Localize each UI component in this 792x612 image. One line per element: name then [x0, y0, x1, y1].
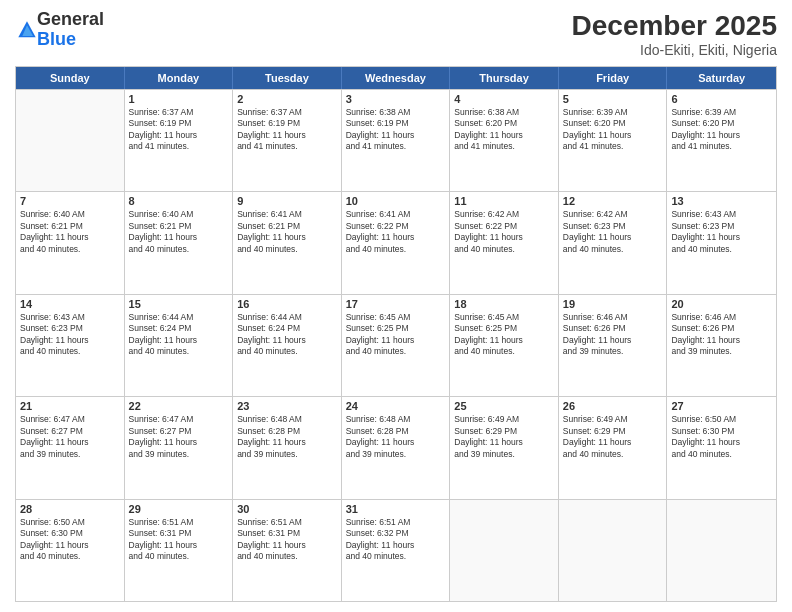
- cell-info: Sunrise: 6:47 AM Sunset: 6:27 PM Dayligh…: [20, 414, 120, 460]
- day-header-saturday: Saturday: [667, 67, 776, 89]
- calendar-row-0: 1Sunrise: 6:37 AM Sunset: 6:19 PM Daylig…: [16, 89, 776, 191]
- cell-info: Sunrise: 6:42 AM Sunset: 6:22 PM Dayligh…: [454, 209, 554, 255]
- page-container: General Blue December 2025 Ido-Ekiti, Ek…: [0, 0, 792, 612]
- cell-info: Sunrise: 6:46 AM Sunset: 6:26 PM Dayligh…: [563, 312, 663, 358]
- day-number: 11: [454, 195, 554, 207]
- cell-info: Sunrise: 6:50 AM Sunset: 6:30 PM Dayligh…: [671, 414, 772, 460]
- calendar-cell: 29Sunrise: 6:51 AM Sunset: 6:31 PM Dayli…: [125, 500, 234, 601]
- cell-info: Sunrise: 6:44 AM Sunset: 6:24 PM Dayligh…: [129, 312, 229, 358]
- cell-info: Sunrise: 6:39 AM Sunset: 6:20 PM Dayligh…: [671, 107, 772, 153]
- day-header-tuesday: Tuesday: [233, 67, 342, 89]
- calendar-cell: 17Sunrise: 6:45 AM Sunset: 6:25 PM Dayli…: [342, 295, 451, 396]
- cell-info: Sunrise: 6:40 AM Sunset: 6:21 PM Dayligh…: [20, 209, 120, 255]
- cell-info: Sunrise: 6:47 AM Sunset: 6:27 PM Dayligh…: [129, 414, 229, 460]
- calendar-row-1: 7Sunrise: 6:40 AM Sunset: 6:21 PM Daylig…: [16, 191, 776, 293]
- calendar-cell: 24Sunrise: 6:48 AM Sunset: 6:28 PM Dayli…: [342, 397, 451, 498]
- cell-info: Sunrise: 6:42 AM Sunset: 6:23 PM Dayligh…: [563, 209, 663, 255]
- calendar-cell: 2Sunrise: 6:37 AM Sunset: 6:19 PM Daylig…: [233, 90, 342, 191]
- cell-info: Sunrise: 6:48 AM Sunset: 6:28 PM Dayligh…: [237, 414, 337, 460]
- day-number: 8: [129, 195, 229, 207]
- day-number: 24: [346, 400, 446, 412]
- logo-icon: [17, 20, 37, 40]
- day-number: 6: [671, 93, 772, 105]
- cell-info: Sunrise: 6:37 AM Sunset: 6:19 PM Dayligh…: [129, 107, 229, 153]
- cell-info: Sunrise: 6:43 AM Sunset: 6:23 PM Dayligh…: [671, 209, 772, 255]
- day-number: 9: [237, 195, 337, 207]
- day-number: 22: [129, 400, 229, 412]
- day-number: 29: [129, 503, 229, 515]
- day-number: 18: [454, 298, 554, 310]
- day-number: 2: [237, 93, 337, 105]
- day-number: 14: [20, 298, 120, 310]
- calendar-cell: 12Sunrise: 6:42 AM Sunset: 6:23 PM Dayli…: [559, 192, 668, 293]
- calendar-row-4: 28Sunrise: 6:50 AM Sunset: 6:30 PM Dayli…: [16, 499, 776, 601]
- calendar-cell: 16Sunrise: 6:44 AM Sunset: 6:24 PM Dayli…: [233, 295, 342, 396]
- calendar-header: SundayMondayTuesdayWednesdayThursdayFrid…: [16, 67, 776, 89]
- day-number: 31: [346, 503, 446, 515]
- calendar-cell: 10Sunrise: 6:41 AM Sunset: 6:22 PM Dayli…: [342, 192, 451, 293]
- calendar-body: 1Sunrise: 6:37 AM Sunset: 6:19 PM Daylig…: [16, 89, 776, 601]
- calendar-cell: 7Sunrise: 6:40 AM Sunset: 6:21 PM Daylig…: [16, 192, 125, 293]
- calendar-row-2: 14Sunrise: 6:43 AM Sunset: 6:23 PM Dayli…: [16, 294, 776, 396]
- cell-info: Sunrise: 6:40 AM Sunset: 6:21 PM Dayligh…: [129, 209, 229, 255]
- calendar-cell: 23Sunrise: 6:48 AM Sunset: 6:28 PM Dayli…: [233, 397, 342, 498]
- day-number: 26: [563, 400, 663, 412]
- cell-info: Sunrise: 6:41 AM Sunset: 6:21 PM Dayligh…: [237, 209, 337, 255]
- calendar-cell: 8Sunrise: 6:40 AM Sunset: 6:21 PM Daylig…: [125, 192, 234, 293]
- cell-info: Sunrise: 6:39 AM Sunset: 6:20 PM Dayligh…: [563, 107, 663, 153]
- day-header-sunday: Sunday: [16, 67, 125, 89]
- calendar-cell: [16, 90, 125, 191]
- calendar-cell: 6Sunrise: 6:39 AM Sunset: 6:20 PM Daylig…: [667, 90, 776, 191]
- cell-info: Sunrise: 6:45 AM Sunset: 6:25 PM Dayligh…: [454, 312, 554, 358]
- title-block: December 2025 Ido-Ekiti, Ekiti, Nigeria: [572, 10, 777, 58]
- day-number: 13: [671, 195, 772, 207]
- day-number: 27: [671, 400, 772, 412]
- calendar-cell: 27Sunrise: 6:50 AM Sunset: 6:30 PM Dayli…: [667, 397, 776, 498]
- cell-info: Sunrise: 6:49 AM Sunset: 6:29 PM Dayligh…: [563, 414, 663, 460]
- day-number: 10: [346, 195, 446, 207]
- calendar-cell: 14Sunrise: 6:43 AM Sunset: 6:23 PM Dayli…: [16, 295, 125, 396]
- page-header: General Blue December 2025 Ido-Ekiti, Ek…: [15, 10, 777, 58]
- day-number: 12: [563, 195, 663, 207]
- calendar-cell: 11Sunrise: 6:42 AM Sunset: 6:22 PM Dayli…: [450, 192, 559, 293]
- calendar-cell: 4Sunrise: 6:38 AM Sunset: 6:20 PM Daylig…: [450, 90, 559, 191]
- day-number: 1: [129, 93, 229, 105]
- calendar-cell: 26Sunrise: 6:49 AM Sunset: 6:29 PM Dayli…: [559, 397, 668, 498]
- cell-info: Sunrise: 6:38 AM Sunset: 6:19 PM Dayligh…: [346, 107, 446, 153]
- cell-info: Sunrise: 6:43 AM Sunset: 6:23 PM Dayligh…: [20, 312, 120, 358]
- day-number: 23: [237, 400, 337, 412]
- location-subtitle: Ido-Ekiti, Ekiti, Nigeria: [572, 42, 777, 58]
- calendar-cell: 28Sunrise: 6:50 AM Sunset: 6:30 PM Dayli…: [16, 500, 125, 601]
- day-number: 5: [563, 93, 663, 105]
- day-header-wednesday: Wednesday: [342, 67, 451, 89]
- cell-info: Sunrise: 6:38 AM Sunset: 6:20 PM Dayligh…: [454, 107, 554, 153]
- day-number: 30: [237, 503, 337, 515]
- calendar-cell: 22Sunrise: 6:47 AM Sunset: 6:27 PM Dayli…: [125, 397, 234, 498]
- calendar-cell: 31Sunrise: 6:51 AM Sunset: 6:32 PM Dayli…: [342, 500, 451, 601]
- calendar-cell: 30Sunrise: 6:51 AM Sunset: 6:31 PM Dayli…: [233, 500, 342, 601]
- calendar: SundayMondayTuesdayWednesdayThursdayFrid…: [15, 66, 777, 602]
- cell-info: Sunrise: 6:48 AM Sunset: 6:28 PM Dayligh…: [346, 414, 446, 460]
- cell-info: Sunrise: 6:37 AM Sunset: 6:19 PM Dayligh…: [237, 107, 337, 153]
- calendar-cell: 15Sunrise: 6:44 AM Sunset: 6:24 PM Dayli…: [125, 295, 234, 396]
- calendar-cell: [559, 500, 668, 601]
- month-title: December 2025: [572, 10, 777, 42]
- calendar-cell: 20Sunrise: 6:46 AM Sunset: 6:26 PM Dayli…: [667, 295, 776, 396]
- cell-info: Sunrise: 6:51 AM Sunset: 6:32 PM Dayligh…: [346, 517, 446, 563]
- cell-info: Sunrise: 6:51 AM Sunset: 6:31 PM Dayligh…: [129, 517, 229, 563]
- cell-info: Sunrise: 6:51 AM Sunset: 6:31 PM Dayligh…: [237, 517, 337, 563]
- calendar-cell: 5Sunrise: 6:39 AM Sunset: 6:20 PM Daylig…: [559, 90, 668, 191]
- day-number: 19: [563, 298, 663, 310]
- logo: General Blue: [15, 10, 104, 50]
- logo-text: General Blue: [37, 10, 104, 50]
- day-header-monday: Monday: [125, 67, 234, 89]
- day-number: 3: [346, 93, 446, 105]
- day-number: 16: [237, 298, 337, 310]
- day-header-thursday: Thursday: [450, 67, 559, 89]
- day-number: 4: [454, 93, 554, 105]
- calendar-cell: 13Sunrise: 6:43 AM Sunset: 6:23 PM Dayli…: [667, 192, 776, 293]
- calendar-cell: [450, 500, 559, 601]
- day-number: 17: [346, 298, 446, 310]
- day-number: 21: [20, 400, 120, 412]
- calendar-cell: 19Sunrise: 6:46 AM Sunset: 6:26 PM Dayli…: [559, 295, 668, 396]
